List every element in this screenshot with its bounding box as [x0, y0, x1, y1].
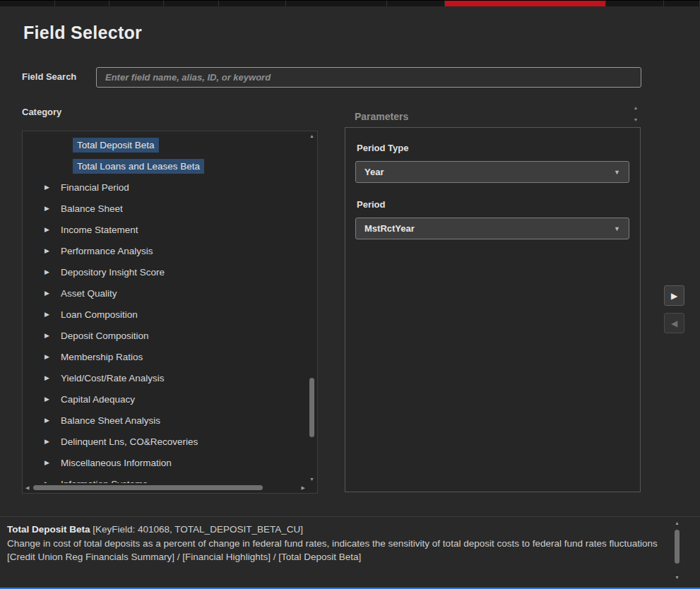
collapsed-arrow-icon[interactable]: ▶: [45, 226, 61, 233]
tree-item[interactable]: ▶Depository Insight Score: [23, 261, 307, 282]
parameters-scroll-arrows[interactable]: ▲ ▼: [631, 105, 641, 122]
tree-item-label: Performance Analysis: [61, 246, 153, 256]
tree-item[interactable]: ▶Capital Adequacy: [23, 388, 307, 410]
detail-field-name: Total Deposit Beta: [7, 524, 90, 535]
tree-item[interactable]: ▶Delinquent Lns, CO&Recoveries: [23, 431, 307, 452]
tree-item[interactable]: ▶Performance Analysis: [23, 240, 307, 261]
tree-item[interactable]: ▶Asset Quality: [23, 282, 307, 304]
scroll-up-icon[interactable]: ▲: [634, 105, 639, 110]
collapsed-arrow-icon[interactable]: ▶: [45, 247, 61, 254]
period-type-dropdown[interactable]: Year ▼: [355, 161, 629, 183]
tree-item[interactable]: ▶Deposit Composition: [23, 325, 307, 346]
detail-title-line: Total Deposit Beta [KeyField: 401068, TO…: [7, 523, 664, 537]
move-left-button[interactable]: ◀: [664, 313, 684, 333]
parameters-heading: Parameters: [355, 111, 408, 122]
tree-item[interactable]: ▶Income Statement: [23, 219, 307, 240]
tree-item[interactable]: ▶Yield/Cost/Rate Analysis: [23, 367, 307, 388]
period-type-label: Period Type: [357, 143, 408, 153]
tree-item-selected[interactable]: Total Deposit Beta: [23, 134, 307, 155]
tab-segment[interactable]: [664, 0, 700, 6]
detail-description: Change in cost of total deposits as a pe…: [7, 537, 664, 551]
tab-segment[interactable]: [164, 0, 219, 6]
detail-keyfield: [KeyField: 401068, TOTAL_DEPOSIT_BETA_CU…: [93, 524, 303, 535]
tab-segment[interactable]: [286, 0, 387, 6]
tree-item-label: Total Deposit Beta: [73, 138, 159, 153]
tree-item-label: Capital Adequacy: [61, 394, 135, 405]
scroll-left-icon[interactable]: ◀: [25, 483, 29, 492]
collapsed-arrow-icon[interactable]: ▶: [45, 205, 61, 212]
collapsed-arrow-icon[interactable]: ▶: [45, 438, 61, 445]
category-tree-items: Total Deposit BetaTotal Loans and Leases…: [23, 134, 307, 494]
collapsed-arrow-icon[interactable]: ▶: [45, 417, 61, 424]
details-scrollbar[interactable]: ▲ ▼: [672, 520, 682, 580]
tree-item-selected[interactable]: Total Loans and Leases Beta: [23, 155, 307, 177]
tree-item[interactable]: ▶Balance Sheet: [23, 198, 307, 219]
collapsed-arrow-icon[interactable]: ▶: [45, 395, 61, 403]
collapsed-arrow-icon[interactable]: ▶: [45, 332, 61, 339]
tree-item[interactable]: ▶Financial Period: [23, 177, 307, 198]
tree-item[interactable]: ▶Membership Ratios: [23, 346, 307, 367]
right-arrow-icon: ▶: [671, 291, 677, 301]
scroll-up-icon[interactable]: ▲: [307, 133, 316, 138]
scroll-up-icon[interactable]: ▲: [672, 520, 682, 525]
field-selector-dialog: Field Selector Field Search Category Tot…: [0, 0, 700, 589]
tree-item-label: Asset Quality: [61, 288, 117, 299]
category-tree-panel: Total Deposit BetaTotal Loans and Leases…: [22, 131, 318, 494]
tree-item[interactable]: ▶Miscellaneous Information: [23, 452, 307, 473]
scroll-down-icon[interactable]: ▼: [634, 117, 639, 122]
tree-item-label: Balance Sheet: [61, 203, 123, 214]
scrollbar-thumb[interactable]: [33, 485, 263, 490]
tab-segment[interactable]: [387, 0, 445, 6]
field-search-label: Field Search: [22, 71, 76, 82]
period-type-value: Year: [364, 167, 384, 177]
collapsed-arrow-icon[interactable]: ▶: [45, 311, 61, 318]
tree-item-label: Delinquent Lns, CO&Recoveries: [61, 436, 198, 447]
tree-vertical-scrollbar[interactable]: ▲ ▼: [307, 132, 316, 483]
tree-item-label: Balance Sheet Analysis: [61, 415, 160, 426]
move-right-button[interactable]: ▶: [664, 285, 684, 306]
tab-segment[interactable]: [109, 0, 164, 6]
chevron-down-icon: ▼: [614, 169, 620, 176]
period-label: Period: [357, 199, 385, 210]
category-label: Category: [22, 107, 61, 117]
tab-segment-active[interactable]: [445, 0, 606, 6]
tree-item-label: Total Loans and Leases Beta: [73, 159, 204, 174]
tree-item-label: Financial Period: [61, 182, 129, 193]
tree-item-label: Miscellaneous Information: [61, 458, 172, 468]
field-search-input[interactable]: [96, 67, 641, 88]
collapsed-arrow-icon[interactable]: ▶: [45, 268, 61, 275]
tree-item[interactable]: ▶Balance Sheet Analysis: [23, 410, 307, 431]
field-details: Total Deposit Beta [KeyField: 401068, TO…: [7, 523, 664, 564]
scroll-down-icon[interactable]: ▼: [307, 477, 316, 482]
tab-segment[interactable]: [55, 0, 109, 6]
collapsed-arrow-icon[interactable]: ▶: [45, 184, 61, 191]
tab-segment[interactable]: [219, 0, 286, 6]
tree-item-label: Membership Ratios: [61, 352, 143, 362]
scrollbar-thumb[interactable]: [675, 530, 680, 564]
scroll-down-icon[interactable]: ▼: [672, 575, 682, 580]
collapsed-arrow-icon[interactable]: ▶: [45, 290, 61, 297]
tree-item-label: Depository Insight Score: [61, 267, 165, 278]
scrollbar-thumb[interactable]: [309, 378, 314, 437]
detail-path: [Credit Union Reg Financials Summary] / …: [7, 550, 664, 564]
period-value: MstRctYear: [364, 223, 415, 234]
scroll-right-icon[interactable]: ▶: [302, 483, 305, 492]
parameters-panel: Period Type Year ▼ Period MstRctYear ▼: [345, 127, 641, 492]
tab-segment[interactable]: [0, 0, 55, 6]
collapsed-arrow-icon[interactable]: ▶: [45, 459, 61, 466]
chevron-down-icon: ▼: [614, 225, 620, 232]
tree-item[interactable]: ▶Loan Composition: [23, 304, 307, 325]
tree-horizontal-scrollbar[interactable]: ◀ ▶: [23, 483, 307, 492]
collapsed-arrow-icon[interactable]: ▶: [45, 374, 61, 381]
tab-segment[interactable]: [606, 0, 664, 6]
tree-item-label: Income Statement: [61, 225, 138, 235]
collapsed-arrow-icon[interactable]: ▶: [45, 353, 61, 360]
tab-strip: [0, 0, 700, 6]
period-dropdown[interactable]: MstRctYear ▼: [355, 218, 629, 239]
bottom-divider: [0, 516, 700, 517]
page-title: Field Selector: [23, 23, 142, 43]
tree-item-label: Yield/Cost/Rate Analysis: [61, 373, 165, 383]
tree-item-label: Loan Composition: [61, 309, 138, 320]
left-arrow-icon: ◀: [671, 319, 677, 328]
tree-item-label: Deposit Composition: [61, 331, 149, 341]
